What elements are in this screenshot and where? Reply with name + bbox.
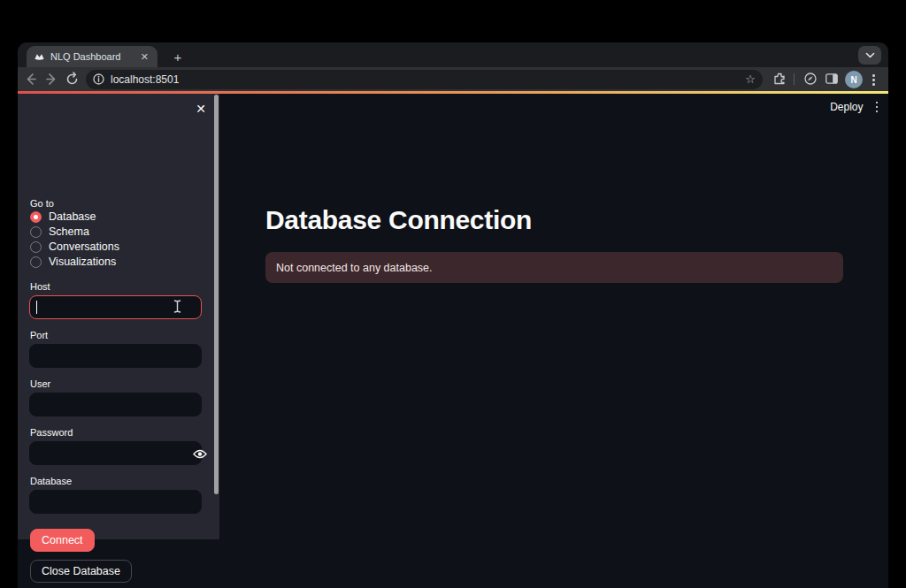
tab-strip: NLQ Dashboard ✕ + xyxy=(18,42,888,67)
radio-option-database[interactable]: Database xyxy=(30,211,119,223)
port-input[interactable] xyxy=(29,344,202,368)
window-chevron-button[interactable] xyxy=(858,46,881,65)
close-database-button[interactable]: Close Database xyxy=(30,560,132,583)
ibeam-cursor xyxy=(173,300,181,313)
radio-unselected-icon xyxy=(30,256,42,268)
eye-icon xyxy=(193,449,207,459)
chevron-down-icon xyxy=(865,52,875,58)
app-menu-icon[interactable] xyxy=(876,102,879,113)
forward-icon[interactable] xyxy=(44,72,59,87)
sidebar-close-icon[interactable]: ✕ xyxy=(193,101,209,117)
sidebar-scrollbar[interactable] xyxy=(214,95,219,494)
radio-option-schema[interactable]: Schema xyxy=(30,226,119,238)
host-label: Host xyxy=(30,281,50,292)
user-input[interactable] xyxy=(29,393,202,416)
deploy-button[interactable]: Deploy xyxy=(830,101,863,113)
nav-radio-group: Database Schema Conversations Visualizat… xyxy=(30,211,119,268)
browser-tab[interactable]: NLQ Dashboard ✕ xyxy=(27,46,157,67)
streamlit-app: Deploy ✕ Go to Database Schema xyxy=(18,94,888,588)
sidebar: ✕ Go to Database Schema Conversations xyxy=(18,94,219,539)
tab-title: NLQ Dashboard xyxy=(50,51,134,62)
reload-icon[interactable] xyxy=(65,72,80,87)
browser-toolbar: localhost:8501 ☆ N xyxy=(18,67,888,91)
error-alert: Not connected to any database. xyxy=(265,252,843,283)
privacy-badge-icon[interactable] xyxy=(803,72,818,86)
browser-window: NLQ Dashboard ✕ + xyxy=(18,42,888,588)
browser-menu-icon[interactable] xyxy=(872,74,875,86)
extensions-icon[interactable] xyxy=(772,72,787,86)
toolbar-separator xyxy=(794,73,795,85)
connect-button[interactable]: Connect xyxy=(30,529,95,552)
profile-avatar[interactable]: N xyxy=(845,71,863,88)
radio-unselected-icon xyxy=(30,226,42,238)
address-bar[interactable]: localhost:8501 ☆ xyxy=(86,70,763,89)
error-message: Not connected to any database. xyxy=(276,262,433,274)
bookmark-star-icon[interactable]: ☆ xyxy=(745,73,756,85)
nav-group-label: Go to xyxy=(30,198,54,209)
streamlit-favicon xyxy=(34,51,45,63)
url-text: localhost:8501 xyxy=(111,73,739,86)
side-panel-icon[interactable] xyxy=(825,72,839,86)
radio-option-conversations[interactable]: Conversations xyxy=(30,241,119,253)
site-info-icon[interactable] xyxy=(93,73,104,85)
port-label: Port xyxy=(30,330,48,340)
tab-close-icon[interactable]: ✕ xyxy=(139,51,150,63)
password-label: Password xyxy=(30,427,73,438)
user-label: User xyxy=(30,378,50,389)
desktop: NLQ Dashboard ✕ + xyxy=(0,0,906,588)
password-visibility-toggle[interactable] xyxy=(191,447,209,461)
radio-option-visualizations[interactable]: Visualizations xyxy=(30,256,119,268)
radio-selected-icon xyxy=(30,211,42,223)
database-label: Database xyxy=(30,476,72,486)
password-input[interactable] xyxy=(29,441,202,465)
back-icon[interactable] xyxy=(23,72,38,87)
page-title: Database Connection xyxy=(265,205,532,235)
new-tab-button[interactable]: + xyxy=(168,47,188,66)
radio-unselected-icon xyxy=(30,241,42,253)
text-caret xyxy=(36,301,37,314)
database-input[interactable] xyxy=(29,490,202,514)
app-header: Deploy xyxy=(830,101,878,113)
